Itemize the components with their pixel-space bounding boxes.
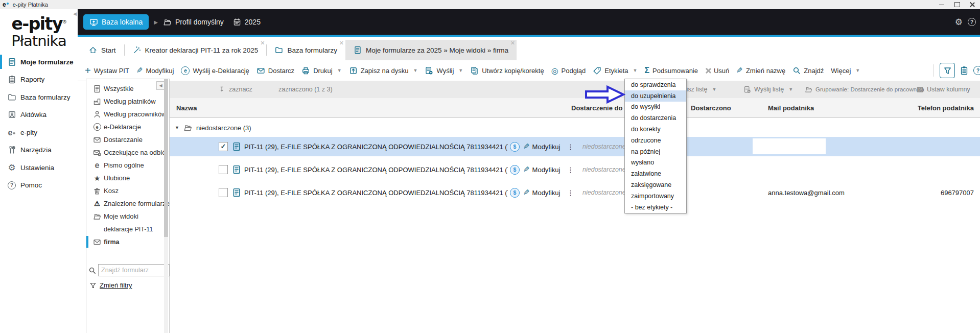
group-row[interactable]: ▼ niedostarczone (3)	[170, 120, 980, 136]
menu-item-highlighted[interactable]: do uzupełnienia	[625, 90, 686, 102]
column-header-dostarczono[interactable]: Dostarczono	[691, 98, 731, 117]
drukuj-button[interactable]: Drukuj ▼	[301, 66, 342, 75]
expand-triangle-icon[interactable]: ▼	[175, 125, 179, 130]
usun-button[interactable]: Usuń	[705, 67, 729, 75]
nav-item-baza-formularzy[interactable]: Baza formularzy	[0, 88, 78, 106]
nav-item-ustawienia[interactable]: ⚙ Ustawienia	[0, 159, 78, 177]
panel-item-wszystkie[interactable]: Wszystkie	[86, 82, 169, 95]
tab-kreator[interactable]: Kreator deklaracji PIT-11 za rok 2025 ✕	[125, 40, 267, 60]
database-button[interactable]: Baza lokalna	[83, 14, 149, 30]
panel-item-deklaracje-pit11[interactable]: deklaracje PIT-11	[86, 223, 169, 235]
nav-item-narzedzia[interactable]: Narzędzia	[0, 141, 78, 159]
chevron-down-icon[interactable]: ▼	[633, 68, 638, 73]
wystaw-pit-button[interactable]: + Wystaw PIT	[85, 66, 129, 75]
dollar-icon[interactable]: $	[510, 137, 520, 156]
chevron-down-icon[interactable]: ▼	[413, 68, 418, 73]
panel-item-firma[interactable]: firma	[86, 235, 169, 248]
sidebar-collapse-icon[interactable]: ◀	[73, 11, 77, 16]
tab-moje-formularze[interactable]: Moje formularze za 2025 » Moje widoki » …	[345, 40, 517, 60]
maximize-button[interactable]	[949, 0, 965, 9]
tab-baza-formularzy[interactable]: Baza formularzy ✕	[267, 40, 345, 60]
wyslij-edeklaracje-button[interactable]: e Wyślij e-Deklarację	[181, 66, 249, 75]
chevron-down-icon[interactable]: ▼	[855, 68, 860, 73]
utworz-kopie-button[interactable]: Utwórz kopię/korektę	[470, 66, 544, 75]
nav-item-moje-formularze[interactable]: Moje formularze	[0, 53, 78, 71]
menu-item[interactable]: do korekty	[625, 124, 686, 135]
table-row[interactable]: ✓ PIT-11 (29), E-FILE SPÓŁKA Z OGRANICZO…	[170, 137, 980, 156]
panel-item-znalezione[interactable]: ⚠ Znalezione formularze	[86, 197, 169, 210]
column-header-telefon[interactable]: Telefon podatnika	[918, 98, 974, 117]
profile-item[interactable]: Profil domyślny	[163, 18, 224, 27]
minimize-button[interactable]	[934, 0, 949, 9]
scrollbar-thumb[interactable]	[164, 79, 168, 237]
table-row[interactable]: PIT-11 (29), E-FILE SPÓŁKA Z OGRANICZONĄ…	[170, 183, 980, 202]
panel-scrollbar[interactable]	[164, 79, 168, 333]
search-input[interactable]	[98, 264, 170, 276]
close-icon[interactable]: ✕	[260, 40, 265, 45]
dollar-icon[interactable]: $	[510, 183, 520, 202]
year-item[interactable]: 2025	[233, 18, 261, 26]
dollar-icon[interactable]: $	[510, 160, 520, 179]
menu-item[interactable]: zaksięgowane	[625, 179, 686, 191]
select-control[interactable]: zaznacz	[219, 81, 252, 98]
menu-item[interactable]: odrzucone	[625, 135, 686, 146]
help-icon[interactable]: ?	[973, 66, 980, 75]
close-icon[interactable]: ✕	[510, 40, 515, 45]
panel-item-moje-widoki[interactable]: Moje widoki	[86, 210, 169, 223]
kebab-menu-icon[interactable]: ⋮	[567, 183, 574, 202]
send-list-button[interactable]: Wyślij listę ▼	[743, 81, 793, 98]
nav-item-pomoc[interactable]: ? Pomoc	[0, 177, 78, 195]
modyfikuj-button[interactable]: ✎ Modyfikuj	[136, 66, 174, 75]
set-columns-button[interactable]: Ustaw kolumny	[916, 81, 970, 98]
znajdz-button[interactable]: Znajdź	[792, 66, 824, 75]
close-icon[interactable]: ✕	[339, 40, 344, 45]
wiecej-button[interactable]: Więcej ▼	[831, 67, 860, 75]
zmien-nazwe-button[interactable]: ✎ Zmień nazwę	[736, 66, 785, 75]
panel-item-oczekujace[interactable]: Oczekujące na odbiór	[86, 146, 169, 159]
modify-button[interactable]: ✎ Modyfikuj	[523, 160, 561, 179]
grouping-control[interactable]: Grupowanie: Dostarczenie do pracownika	[805, 81, 924, 98]
row-checkbox[interactable]	[219, 188, 228, 197]
menu-item[interactable]: załatwione	[625, 168, 686, 179]
panel-item-pismo-ogolne[interactable]: e Pismo ogólne	[86, 159, 169, 172]
menu-item[interactable]: do sprawdzenia	[625, 79, 686, 90]
etykieta-button[interactable]: Etykieta ▼	[593, 66, 637, 75]
nav-item-epity[interactable]: e e-pity	[0, 124, 78, 141]
close-button[interactable]	[965, 0, 980, 9]
modify-button[interactable]: ✎ Modyfikuj	[523, 137, 561, 156]
podglad-button[interactable]: ◎ Podgląd	[551, 66, 586, 76]
tab-start[interactable]: Start	[81, 40, 124, 60]
menu-item[interactable]: wysłano	[625, 157, 686, 169]
panel-item-edeklaracje[interactable]: e e-Deklaracje	[86, 121, 169, 133]
settings-gear-icon[interactable]: ⚙	[955, 18, 963, 27]
column-header-nazwa[interactable]: Nazwa	[176, 98, 197, 117]
wyslij-button[interactable]: Wyślij ▼	[425, 66, 463, 75]
row-checkbox[interactable]	[219, 165, 228, 174]
menu-item[interactable]: - bez etykiety -	[625, 202, 686, 213]
change-filters-link[interactable]: Zmień filtry	[89, 281, 132, 289]
nav-item-raporty[interactable]: Raporty	[0, 71, 78, 89]
podsumowanie-button[interactable]: Σ Podsumowanie	[644, 66, 698, 75]
kebab-menu-icon[interactable]: ⋮	[567, 137, 574, 156]
table-row[interactable]: PIT-11 (29), E-FILE SPÓŁKA Z OGRANICZONĄ…	[170, 160, 980, 179]
panel-item-wedlug-pracownikow[interactable]: Według pracowników	[86, 108, 169, 121]
chevron-down-icon[interactable]: ▼	[337, 68, 342, 73]
filter-funnel-button[interactable]	[940, 63, 955, 78]
row-checkbox[interactable]: ✓	[219, 142, 228, 151]
menu-item[interactable]: na później	[625, 146, 686, 157]
panel-item-ulubione[interactable]: ★ Ulubione	[86, 172, 169, 184]
chevron-down-icon[interactable]: ▼	[458, 68, 463, 73]
dostarcz-button[interactable]: Dostarcz	[256, 66, 294, 75]
modify-button[interactable]: ✎ Modyfikuj	[523, 183, 561, 202]
nav-item-aktowka[interactable]: Aktówka	[0, 106, 78, 124]
column-header-mail[interactable]: Mail podatnika	[768, 98, 814, 117]
menu-item[interactable]: do wysyłki	[625, 102, 686, 113]
help-icon[interactable]: ?	[968, 18, 976, 26]
menu-item[interactable]: zaimportowany	[625, 191, 686, 202]
panel-item-wedlug-platnikow[interactable]: Według płatników	[86, 95, 169, 108]
panel-item-dostarczanie[interactable]: Dostarczanie	[86, 133, 169, 146]
mail-edit-cell[interactable]	[753, 138, 826, 154]
panel-item-kosz[interactable]: Kosz	[86, 184, 169, 197]
zapisz-na-dysku-button[interactable]: Zapisz na dysku ▼	[349, 66, 418, 75]
menu-item[interactable]: do dostarczenia	[625, 112, 686, 124]
